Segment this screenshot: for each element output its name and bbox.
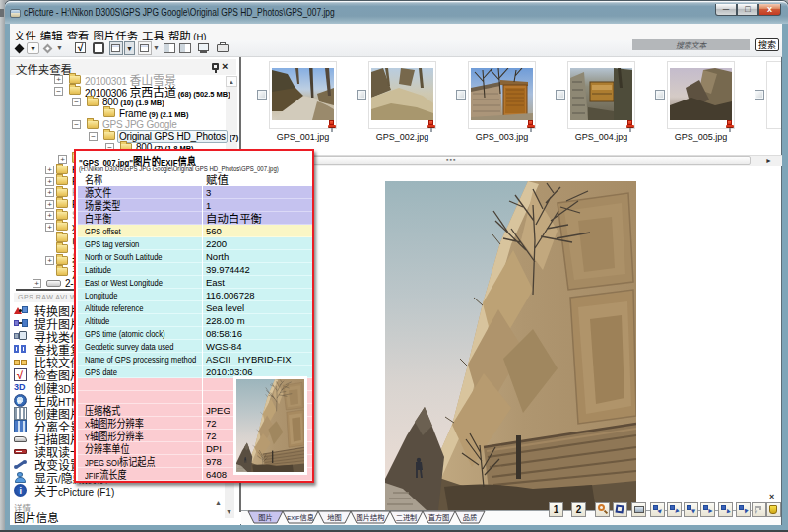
svg-text:二进制: 二进制	[396, 512, 418, 522]
svg-text:图片结构: 图片结构	[357, 512, 385, 522]
svg-text:直方图: 直方图	[428, 512, 450, 522]
svg-text:图片: 图片	[258, 512, 272, 522]
svg-text:地图: 地图	[327, 512, 341, 522]
svg-text:品质: 品质	[463, 512, 477, 522]
